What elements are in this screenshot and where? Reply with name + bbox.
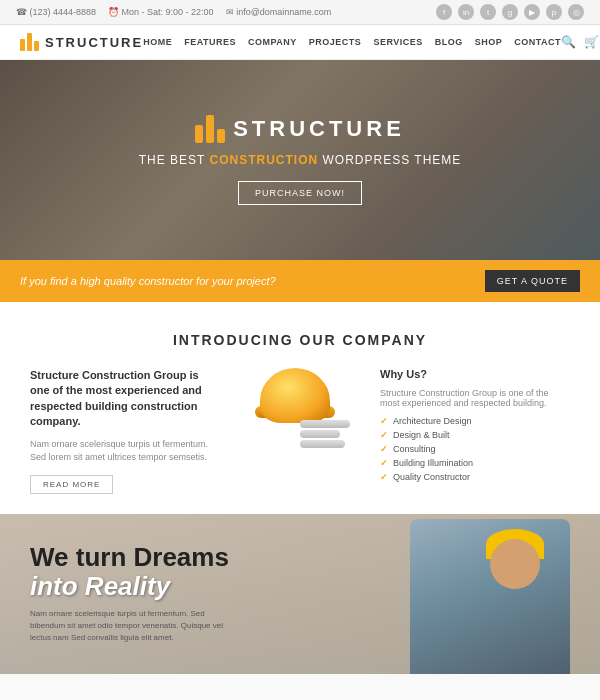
pinterest-icon[interactable]: p	[546, 4, 562, 20]
search-icon[interactable]: 🔍	[561, 35, 576, 49]
logo-text: STRUCTURE	[45, 35, 143, 50]
intro-right: Why Us? Structure Construction Group is …	[380, 368, 570, 484]
nav-services[interactable]: SERVICES	[373, 37, 422, 47]
services-section: OUR SERVICES ✏ Design & Build Package Lo…	[0, 674, 600, 700]
intro-section: INTRODUCING OUR COMPANY Structure Constr…	[0, 302, 600, 514]
purchase-button[interactable]: PURCHASE NOW!	[238, 181, 362, 205]
check-item-4-label: Building Illumination	[393, 458, 473, 468]
yellow-banner: If you find a high quality constructor f…	[0, 260, 600, 302]
hero-logo-bars	[195, 115, 225, 143]
dreams-section: We turn Dreams into Reality Nam ornare s…	[0, 514, 600, 674]
hero-section: STRUCTURE THE BEST CONSTRUCTION WORDPRES…	[0, 60, 600, 260]
youtube-icon[interactable]: ▶	[524, 4, 540, 20]
social-links[interactable]: f in t g ▶ p ◎	[436, 4, 584, 20]
cart-icon[interactable]: 🛒	[584, 35, 599, 49]
check-item-2-label: Design & Built	[393, 430, 450, 440]
header: STRUCTURE HOME FEATURES COMPANY PROJECTS…	[0, 25, 600, 60]
check-item-1-label: Architecture Design	[393, 416, 472, 426]
intro-title: INTRODUCING OUR COMPANY	[30, 332, 570, 348]
get-quote-button[interactable]: GET A QUOTE	[485, 270, 580, 292]
nav-shop[interactable]: SHOP	[475, 37, 503, 47]
contact-info: ☎ (123) 4444-8888 ⏰ Mon - Sat: 9:00 - 22…	[16, 7, 331, 17]
header-actions[interactable]: 🔍 🛒	[561, 35, 599, 49]
roll-3	[300, 440, 345, 448]
nav-company[interactable]: COMPANY	[248, 37, 297, 47]
phone: ☎ (123) 4444-8888	[16, 7, 96, 17]
intro-left-body: Nam ornare scelerisque turpis ut ferment…	[30, 438, 220, 465]
hero-subtitle-pre: THE BEST	[139, 153, 210, 167]
logo-icon	[20, 33, 39, 51]
helmet-image	[250, 368, 350, 448]
logo-bar-1	[20, 39, 25, 51]
logo-bar-3	[34, 41, 39, 51]
check-list: Architecture Design Design & Built Consu…	[380, 414, 570, 484]
rolls-group	[300, 420, 350, 448]
nav-features[interactable]: FEATURES	[184, 37, 236, 47]
dreams-body: Nam ornare scelerisque turpis ut ferment…	[30, 608, 230, 644]
nav-home[interactable]: HOME	[143, 37, 172, 47]
check-item-4: Building Illumination	[380, 456, 570, 470]
intro-left-heading: Structure Construction Group is one of t…	[30, 368, 220, 430]
hero-bar-1	[195, 125, 203, 143]
googleplus-icon[interactable]: g	[502, 4, 518, 20]
helmet-dome	[260, 368, 330, 423]
facebook-icon[interactable]: f	[436, 4, 452, 20]
check-item-5-label: Quality Constructor	[393, 472, 470, 482]
check-item-3: Consulting	[380, 442, 570, 456]
hero-logo: STRUCTURE	[195, 115, 405, 143]
hero-bar-2	[206, 115, 214, 143]
logo-bar-2	[27, 33, 32, 51]
roll-2	[300, 430, 340, 438]
hero-subtitle: THE BEST CONSTRUCTION WORDPRESS THEME	[139, 153, 462, 167]
nav-contact[interactable]: CONTACT	[514, 37, 561, 47]
why-us-body: Structure Construction Group is one of t…	[380, 388, 570, 408]
dreams-line2: into Reality	[30, 571, 170, 601]
banner-text: If you find a high quality constructor f…	[20, 275, 276, 287]
hero-subtitle-highlight: CONSTRUCTION	[210, 153, 319, 167]
roll-1	[300, 420, 350, 428]
dreams-line1: We turn Dreams into Reality	[30, 543, 570, 600]
linkedin-icon[interactable]: in	[458, 4, 474, 20]
rss-icon[interactable]: ◎	[568, 4, 584, 20]
nav-blog[interactable]: BLOG	[435, 37, 463, 47]
nav-projects[interactable]: PROJECTS	[309, 37, 362, 47]
intro-left: Structure Construction Group is one of t…	[30, 368, 220, 494]
check-item-1: Architecture Design	[380, 414, 570, 428]
hero-bar-3	[217, 129, 225, 143]
check-item-2: Design & Built	[380, 428, 570, 442]
top-bar: ☎ (123) 4444-8888 ⏰ Mon - Sat: 9:00 - 22…	[0, 0, 600, 25]
check-item-3-label: Consulting	[393, 444, 436, 454]
why-us-heading: Why Us?	[380, 368, 570, 380]
hero-subtitle-post: WORDPRESS THEME	[318, 153, 461, 167]
check-item-5: Quality Constructor	[380, 470, 570, 484]
read-more-button-intro[interactable]: READ MORE	[30, 475, 113, 494]
main-nav: HOME FEATURES COMPANY PROJECTS SERVICES …	[143, 37, 561, 47]
hero-logo-text: STRUCTURE	[233, 116, 405, 142]
logo[interactable]: STRUCTURE	[20, 33, 143, 51]
hours: ⏰ Mon - Sat: 9:00 - 22:00	[108, 7, 214, 17]
email: ✉ info@domainname.com	[226, 7, 332, 17]
dreams-text: We turn Dreams into Reality Nam ornare s…	[30, 543, 570, 644]
intro-content: Structure Construction Group is one of t…	[30, 368, 570, 494]
intro-image	[240, 368, 360, 448]
twitter-icon[interactable]: t	[480, 4, 496, 20]
